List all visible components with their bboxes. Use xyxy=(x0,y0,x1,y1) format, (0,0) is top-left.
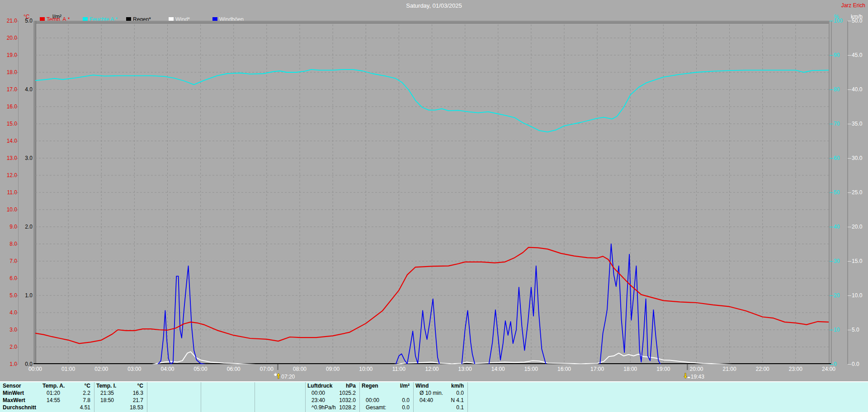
stat-value: 2.2 xyxy=(83,389,94,397)
table-block-temp-a-: Temp. A.°C01:202.214:557.84.51 xyxy=(41,382,94,412)
sunrise-marker: 07:20 xyxy=(274,373,295,380)
stat-value xyxy=(302,404,305,411)
station-owner-watermark: Jarz Erich xyxy=(841,2,865,9)
sensor-name: Luftdruck xyxy=(306,382,332,389)
chart-title: Saturday, 01/03/2025 xyxy=(0,2,868,9)
sensor-name: Wind xyxy=(414,382,429,389)
humidity-axis-tick-mark xyxy=(830,192,833,193)
x-axis-hour-label: 11:00 xyxy=(388,366,409,372)
humidity-axis-tick-label: 10 xyxy=(834,327,840,332)
table-block-luftdruck: LuftdruckhPa00:001025.223:401032.0^0.9hP… xyxy=(306,382,360,412)
stat-time: 21:35 xyxy=(94,389,114,397)
humidity-axis-tick-mark xyxy=(830,158,833,159)
table-row-label: MinWert xyxy=(3,389,41,397)
temp-axis-tick-mark xyxy=(15,278,18,279)
stat-time: 00:00 xyxy=(306,389,325,397)
stat-value: 18.53 xyxy=(130,404,147,411)
x-axis-hour-label: 02:00 xyxy=(91,366,112,372)
sensor-unit xyxy=(251,382,255,389)
temp-axis-line xyxy=(18,21,19,364)
x-axis-hour-label: 08:00 xyxy=(289,366,310,372)
wind-axis-tick-mark xyxy=(848,55,851,56)
wind-axis-tick-mark xyxy=(848,124,851,124)
humidity-axis-tick-mark xyxy=(830,295,833,296)
table-block-empty xyxy=(147,382,201,412)
rain-axis-tick-mark xyxy=(29,364,33,365)
x-axis-hour-label: 04:00 xyxy=(157,366,178,372)
plot-area xyxy=(35,21,829,364)
stat-time xyxy=(147,397,153,404)
sunset-icon xyxy=(683,373,690,380)
x-axis-hour-label: 23:00 xyxy=(785,366,806,372)
stat-time xyxy=(41,404,47,411)
stat-value: 0.0 xyxy=(402,397,413,404)
humidity-axis-tick-mark xyxy=(830,261,833,262)
stat-value: 4.51 xyxy=(80,404,94,411)
x-axis-hour-label: 10:00 xyxy=(355,366,376,372)
sensor-unit: °C xyxy=(137,382,147,389)
sensor-unit: l/m² xyxy=(400,382,413,389)
temp-axis-tick-mark xyxy=(15,107,18,107)
stat-time xyxy=(201,404,207,411)
temp-axis-tick-mark xyxy=(15,227,18,227)
x-axis-hour-label: 03:00 xyxy=(124,366,145,372)
stat-value xyxy=(302,397,305,404)
temp-axis-tick-mark xyxy=(15,330,18,330)
wind-axis-tick-label: 35.0 xyxy=(852,121,862,126)
humidity-axis-tick-mark xyxy=(830,124,833,124)
temp-axis-tick-mark xyxy=(15,295,18,296)
sensor-unit: hPa xyxy=(346,382,359,389)
rain-axis-tick-mark xyxy=(29,295,33,296)
wind-axis-tick-mark xyxy=(848,192,851,193)
sensor-name: Regen xyxy=(360,382,378,389)
humidity-axis-tick-label: 30 xyxy=(834,258,840,264)
x-axis-hour-label: 18:00 xyxy=(620,366,641,372)
sensor-unit xyxy=(302,382,305,389)
stat-time xyxy=(255,404,261,411)
stat-time: Ø 10 min. xyxy=(414,389,443,397)
humidity-axis-tick-mark xyxy=(830,55,833,56)
temp-axis-tick-mark xyxy=(15,89,18,90)
rain-axis-tick-mark xyxy=(29,158,33,159)
stat-time: ^0.9hPa/h xyxy=(306,404,336,411)
table-row-label: Sensor xyxy=(3,382,41,389)
wind-axis-tick-label: 0.0 xyxy=(852,361,859,367)
temp-axis-tick-mark xyxy=(15,261,18,262)
humidity-axis-tick-label: 40 xyxy=(834,224,840,229)
stat-time: 18:50 xyxy=(94,397,114,404)
x-axis-hour-label: 17:00 xyxy=(587,366,608,372)
wind-axis-tick-mark xyxy=(848,21,851,21)
table-row-label: Durchschnitt xyxy=(3,404,41,411)
sunset-axis-tick xyxy=(687,364,688,370)
sunrise-icon xyxy=(274,373,281,380)
x-axis-hour-label: 16:00 xyxy=(554,366,575,372)
stat-value: N 4.1 xyxy=(451,397,467,404)
table-block-temp-i-: Temp. I.°C21:3516.318:5021.718.53 xyxy=(94,382,147,412)
weather-station-day-chart: { "title": "Saturday, 01/03/2025", "wate… xyxy=(0,0,868,412)
x-axis-hour-label: 19:00 xyxy=(653,366,674,372)
sensor-unit: °C xyxy=(85,382,94,389)
stat-time xyxy=(201,389,207,397)
rain-axis-tick-mark xyxy=(29,21,33,21)
wind-axis-tick-label: 25.0 xyxy=(852,190,862,195)
wind-axis-tick-mark xyxy=(848,227,851,227)
wind-axis-tick-label: 30.0 xyxy=(852,155,862,161)
x-axis-hour-label: 15:00 xyxy=(521,366,542,372)
x-axis-hour-label: 07:00 xyxy=(256,366,277,372)
x-axis-hour-label: 20:00 xyxy=(686,366,707,372)
x-axis-hour-label: 24:00 xyxy=(818,366,839,372)
temp-axis-tick-mark xyxy=(15,244,18,244)
wind-axis-tick-label: 45.0 xyxy=(852,52,862,58)
humidity-axis-tick-label: 60 xyxy=(834,155,840,161)
humidity-axis-tick-mark xyxy=(830,227,833,227)
sunrise-axis-tick xyxy=(277,364,278,370)
stat-value: 0.0 xyxy=(402,404,413,411)
wind-axis-tick-mark xyxy=(848,295,851,296)
wind-axis-tick-label: 5.0 xyxy=(852,327,859,332)
table-block-empty xyxy=(201,382,255,412)
x-axis-hour-label: 22:00 xyxy=(752,366,773,372)
temp-axis-tick-mark xyxy=(15,192,18,193)
humidity-axis-tick-mark xyxy=(830,364,833,365)
stat-time xyxy=(147,404,153,411)
temp-axis-tick-mark xyxy=(15,210,18,210)
